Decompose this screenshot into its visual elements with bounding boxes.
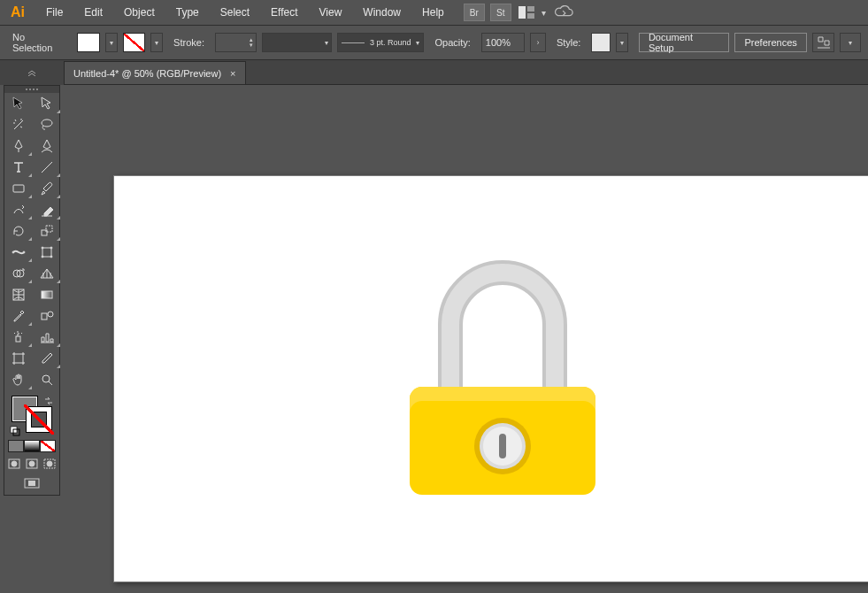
svg-point-27: [29, 461, 35, 466]
arrange-documents-button[interactable]: [517, 4, 536, 21]
selection-status: No Selection: [7, 32, 72, 53]
menu-object[interactable]: Object: [113, 0, 165, 25]
svg-point-11: [50, 247, 52, 249]
svg-point-7: [12, 251, 14, 253]
default-fill-stroke-icon[interactable]: [10, 424, 20, 435]
selection-tool[interactable]: [4, 93, 33, 114]
stroke-swatch-large[interactable]: [26, 406, 52, 433]
eyedropper-tool[interactable]: [4, 305, 33, 327]
menu-type[interactable]: Type: [165, 0, 210, 25]
sync-settings-button[interactable]: [551, 4, 576, 21]
document-tab-close-icon[interactable]: ×: [230, 68, 235, 79]
menu-label: Select: [220, 6, 250, 19]
brush-definition[interactable]: 3 pt. Round ▾: [337, 33, 424, 52]
width-tool[interactable]: [4, 242, 33, 263]
rectangle-tool[interactable]: [4, 178, 33, 199]
preferences-button[interactable]: Preferences: [734, 33, 806, 52]
screen-mode-button[interactable]: [4, 474, 59, 495]
svg-rect-21: [14, 354, 23, 363]
svg-rect-18: [42, 313, 47, 320]
svg-point-13: [50, 256, 52, 258]
draw-normal-icon[interactable]: [7, 458, 21, 470]
paintbrush-tool[interactable]: [33, 178, 61, 199]
fill-color-swatch[interactable]: [77, 33, 100, 52]
svg-point-12: [42, 256, 43, 258]
menu-select[interactable]: Select: [210, 0, 260, 25]
document-setup-button[interactable]: Document Setup: [639, 33, 730, 52]
color-mode-none[interactable]: [40, 440, 56, 452]
rotate-tool[interactable]: [4, 220, 33, 242]
opacity-field[interactable]: 100%: [481, 33, 525, 52]
graphic-style-swatch[interactable]: [591, 33, 611, 52]
svg-rect-20: [16, 336, 20, 342]
tool-panel-collapse[interactable]: [0, 60, 64, 85]
swap-fill-stroke-icon[interactable]: [43, 394, 54, 404]
gradient-tool[interactable]: [33, 284, 61, 305]
menu-effect[interactable]: Effect: [260, 0, 308, 25]
opacity-dropdown[interactable]: ›: [530, 33, 546, 52]
shape-builder-tool[interactable]: [4, 263, 33, 284]
pen-tool[interactable]: [4, 135, 33, 157]
padlock-artwork[interactable]: [401, 241, 604, 501]
canvas-area[interactable]: [64, 85, 868, 593]
magic-wand-tool[interactable]: [4, 114, 33, 135]
style-label: Style:: [551, 37, 587, 48]
chevron-down-icon: ▾: [416, 39, 419, 47]
menu-window[interactable]: Window: [352, 0, 411, 25]
draw-inside-icon[interactable]: [42, 458, 57, 470]
stroke-color-dropdown[interactable]: ▾: [150, 33, 163, 52]
arrange-dropdown-arrow[interactable]: ▾: [542, 8, 546, 18]
menu-help[interactable]: Help: [411, 0, 455, 25]
lasso-tool[interactable]: [33, 114, 61, 135]
menu-label: Window: [363, 6, 401, 19]
free-transform-tool[interactable]: [33, 242, 61, 263]
artboard[interactable]: [113, 175, 868, 582]
stock-button[interactable]: St: [490, 4, 511, 21]
document-tab-strip: Untitled-4* @ 50% (RGB/Preview) ×: [0, 60, 868, 85]
shaper-tool[interactable]: [4, 199, 33, 220]
align-to-button[interactable]: [812, 33, 835, 52]
bridge-button[interactable]: Br: [464, 4, 485, 21]
perspective-grid-tool[interactable]: [33, 263, 61, 284]
column-graph-tool[interactable]: [33, 327, 61, 348]
blend-tool[interactable]: [33, 305, 61, 327]
stroke-color-swatch[interactable]: [123, 33, 146, 52]
color-mode-gradient[interactable]: [24, 440, 40, 452]
fill-stroke-swatches: [10, 394, 54, 435]
variable-width-profile[interactable]: ▾: [262, 33, 332, 52]
direct-selection-tool[interactable]: [33, 93, 61, 114]
tool-panel-grip[interactable]: [4, 86, 59, 93]
eraser-tool[interactable]: [33, 199, 61, 220]
document-tab[interactable]: Untitled-4* @ 50% (RGB/Preview) ×: [64, 61, 246, 84]
color-mode-solid[interactable]: [8, 440, 24, 452]
mesh-tool[interactable]: [4, 284, 33, 305]
hand-tool[interactable]: [4, 369, 33, 390]
line-segment-tool[interactable]: [33, 157, 61, 178]
svg-rect-2: [527, 13, 534, 19]
zoom-tool[interactable]: [33, 369, 61, 390]
menu-view[interactable]: View: [309, 0, 353, 25]
menu-right-group: Br St ▾: [464, 4, 576, 21]
svg-point-19: [48, 312, 53, 317]
scale-tool[interactable]: [33, 220, 61, 242]
stroke-weight-field[interactable]: ▴▾: [215, 33, 257, 52]
type-tool[interactable]: [4, 157, 33, 178]
menu-bar: Ai File Edit Object Type Select Effect V…: [0, 0, 868, 25]
menu-edit[interactable]: Edit: [73, 0, 113, 25]
curvature-tool[interactable]: [33, 135, 61, 157]
draw-behind-icon[interactable]: [25, 458, 39, 470]
menu-file[interactable]: File: [35, 0, 73, 25]
svg-rect-39: [499, 434, 506, 458]
fill-color-dropdown[interactable]: ▾: [105, 33, 118, 52]
document-tab-title: Untitled-4* @ 50% (RGB/Preview): [73, 68, 221, 79]
svg-rect-0: [518, 6, 526, 19]
symbol-sprayer-tool[interactable]: [4, 327, 33, 348]
svg-point-10: [42, 247, 43, 249]
align-dropdown[interactable]: ▾: [840, 33, 861, 52]
slice-tool[interactable]: [33, 348, 61, 369]
artboard-tool[interactable]: [4, 348, 33, 369]
svg-rect-17: [42, 291, 52, 298]
graphic-style-dropdown[interactable]: ▾: [616, 33, 628, 52]
app-logo-text: Ai: [11, 4, 25, 20]
lock-icon: [401, 241, 604, 497]
